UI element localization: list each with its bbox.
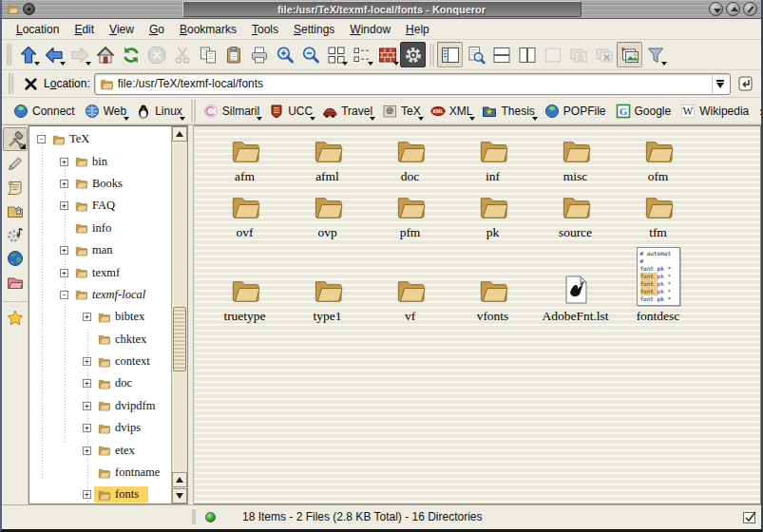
menu-location[interactable]: Location [10,21,66,38]
location-value[interactable]: file:/usr/TeX/texmf-local/fonts [118,77,712,90]
sidebar-tab-tools[interactable] [3,127,28,151]
file-item-inf[interactable]: inf [451,130,534,186]
tree-item-chktex[interactable]: chktex [29,329,171,351]
tree-expander-icon[interactable]: + [60,246,68,255]
sidebar-tab-home-folder[interactable] [3,199,28,222]
tree-expander-icon[interactable]: + [83,379,91,388]
zoom-in-button[interactable] [272,42,297,67]
scrollbar-thumb[interactable] [173,307,186,371]
tree-expander-icon[interactable]: + [83,446,91,455]
file-item-ofm[interactable]: ofm [617,130,699,186]
tree-expander-icon[interactable]: + [83,402,91,410]
file-item-vf[interactable]: vf [369,242,451,326]
menu-view[interactable]: View [103,21,141,38]
bookmark-silmaril[interactable]: Silmaril [199,102,264,121]
sticky-pin-button[interactable] [23,3,35,15]
tree-expander-icon[interactable]: + [83,313,91,321]
menu-edit[interactable]: Edit [67,21,101,38]
multicolumn-view-button[interactable] [374,42,400,67]
bookmark-xml[interactable]: XMLXML [426,102,478,121]
menu-bookmarks[interactable]: Bookmarks [173,21,243,38]
minimize-button[interactable] [709,2,723,16]
file-item-truetype[interactable]: truetype [203,242,286,326]
sidebar-tab-bookmarks-star[interactable] [3,301,28,330]
file-item-pk[interactable]: pk [451,186,534,242]
tree-expander-icon[interactable]: + [60,201,68,210]
file-item-tfm[interactable]: tfm [617,186,699,242]
bookmark-web[interactable]: Web [80,102,131,121]
navigation-panel-button[interactable] [437,42,463,67]
tree-item-fonts[interactable]: +fonts [29,484,171,504]
file-item-afm[interactable]: afm [203,130,286,186]
scroll-up-button-2[interactable] [172,472,187,487]
tree-expander-icon[interactable]: - [37,135,46,143]
print-button[interactable] [246,42,272,67]
tree-item-faq[interactable]: +FAQ [29,195,171,217]
menu-settings[interactable]: Settings [287,21,341,38]
statusbar-grip-icon[interactable] [742,509,757,524]
file-item-afml[interactable]: afml [286,130,369,186]
file-item-doc[interactable]: doc [369,130,451,186]
clear-location-button[interactable] [21,74,40,93]
scroll-down-button[interactable] [172,488,187,504]
zoom-out-button[interactable] [297,42,323,67]
gear-button[interactable] [400,42,426,67]
file-item-vfonts[interactable]: vfonts [451,242,534,326]
split-left-right-button[interactable] [514,42,540,67]
tree-item-dvipdfm[interactable]: +dvipdfm [29,395,171,417]
maximize-button[interactable] [726,2,740,16]
reload-button[interactable] [118,42,143,67]
tree-item-man[interactable]: +man [29,239,171,261]
toolbar-grip[interactable] [6,44,12,66]
file-item-pfm[interactable]: pfm [369,186,451,242]
list-view-button[interactable] [349,42,374,67]
up-arrow-button[interactable] [15,42,41,67]
tree-expander-icon[interactable]: + [60,180,68,188]
sidebar-tab-pencil[interactable] [3,151,28,175]
icon-view-button[interactable] [323,42,349,67]
bookmark-connect[interactable]: Connect [9,102,80,121]
file-item-ovf[interactable]: ovf [203,186,286,242]
split-top-bottom-button[interactable] [488,42,514,67]
tree-item-fontname[interactable]: fontname [29,462,171,484]
tree-item-books[interactable]: +Books [29,173,171,195]
filter-button[interactable] [642,42,668,67]
bookmark-ucc[interactable]: UCC [264,102,317,121]
file-item-type1[interactable]: type1 [286,242,369,326]
find-file-button[interactable] [463,42,488,67]
bookmark-popfile[interactable]: POPFile [540,102,611,121]
sidebar-tab-history-scroll[interactable] [3,175,28,199]
tree-item-info[interactable]: info [29,218,171,239]
menu-window[interactable]: Window [343,21,397,38]
bookmark-google[interactable]: GGoogle [611,102,677,121]
location-dropdown-button[interactable] [712,75,728,93]
menu-help[interactable]: Help [399,21,436,38]
close-button[interactable] [743,2,757,16]
file-item-source[interactable]: source [534,186,617,242]
file-item-fontdesc[interactable]: # automat#font pk *font pk *font pk *fon… [617,242,699,326]
tree-expander-icon[interactable]: + [83,490,91,499]
tree-item-bibtex[interactable]: +bibtex [29,306,171,328]
tree-item-etex[interactable]: +etex [29,439,171,461]
file-item-misc[interactable]: misc [534,130,617,186]
back-arrow-button[interactable] [41,42,67,67]
tree-item-context[interactable]: +context [29,351,171,372]
tree-expander-icon[interactable]: + [83,357,91,366]
tree-expander-icon[interactable]: + [60,158,68,166]
location-toolbar-grip[interactable] [8,73,14,94]
paste-button[interactable] [220,42,246,67]
file-item-adobefnt.lst[interactable]: AdobeFnt.lst [534,242,617,326]
tree-expander-icon[interactable]: - [60,291,68,299]
menu-tools[interactable]: Tools [245,21,285,38]
bookmark-thesis[interactable]: Thesis [477,102,539,121]
tree-expander-icon[interactable]: + [60,269,68,277]
copy-button[interactable] [195,42,220,67]
scroll-up-button[interactable] [172,126,187,142]
bookmark-travel[interactable]: Travel [317,102,377,121]
bookmark-tex[interactable]: TeX [377,102,426,121]
preview-images-button[interactable] [617,42,642,67]
menu-go[interactable]: Go [143,21,171,38]
bookmark-wikipedia[interactable]: WWikipedia [676,102,753,121]
go-button[interactable] [734,72,757,95]
location-input[interactable]: file:/usr/TeX/texmf-local/fonts [94,73,731,95]
